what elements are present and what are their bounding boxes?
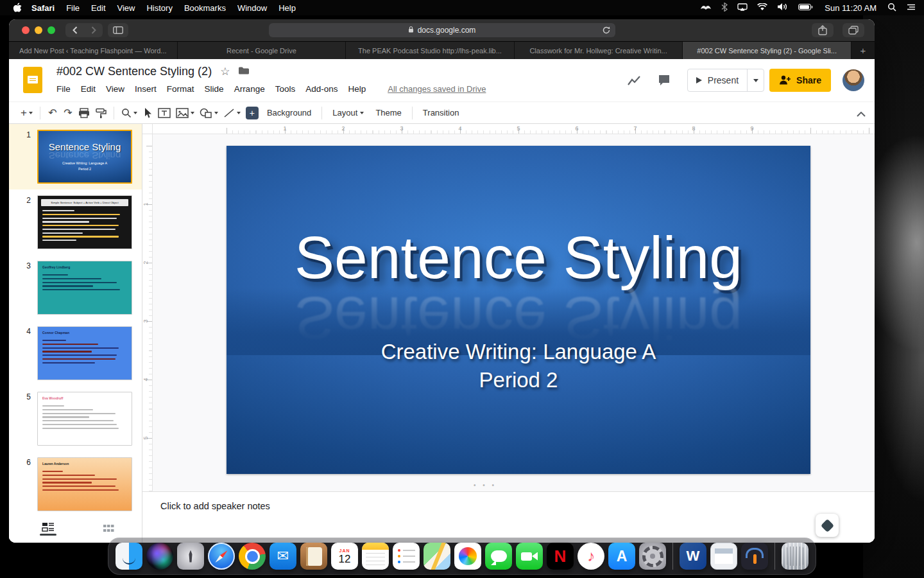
dock-netflix-icon[interactable] xyxy=(547,543,574,570)
minimize-window-button[interactable] xyxy=(35,26,42,34)
speaker-notes-placeholder[interactable]: Click to add speaker notes xyxy=(160,501,270,511)
dock-audacity-icon[interactable] xyxy=(741,543,768,570)
dock-calendar-icon[interactable]: JAN12 xyxy=(331,543,358,570)
insert-line-button[interactable] xyxy=(221,105,243,121)
safari-tab-4[interactable]: Classwork for Mr. Hollweg: Creative Writ… xyxy=(515,42,683,59)
dock-word-icon[interactable] xyxy=(680,543,706,570)
new-slide-button[interactable]: + xyxy=(18,105,35,121)
notes-resize-handle[interactable]: • • • xyxy=(474,482,497,489)
account-avatar[interactable] xyxy=(843,69,864,91)
menubar-menu-view[interactable]: View xyxy=(112,3,141,13)
share-page-button[interactable] xyxy=(812,23,834,37)
dock-mail-icon[interactable] xyxy=(270,543,296,570)
collapse-toolbar-button[interactable] xyxy=(857,108,866,119)
dock-safari-icon[interactable] xyxy=(208,543,235,570)
slide-thumbnail-4[interactable]: Connor Chapman xyxy=(37,326,132,380)
menubar-clock[interactable]: Sun 11:20 AM xyxy=(823,3,878,13)
move-folder-icon[interactable] xyxy=(238,66,250,78)
star-document-icon[interactable]: ☆ xyxy=(220,66,230,77)
present-options-dropdown[interactable] xyxy=(747,69,764,91)
dock-notes-icon[interactable] xyxy=(362,543,389,570)
explore-button[interactable] xyxy=(816,514,839,537)
background-button[interactable]: Background xyxy=(261,108,317,118)
dock-app-store-icon[interactable] xyxy=(608,543,635,570)
undo-button[interactable]: ↶ xyxy=(45,105,60,121)
print-button[interactable] xyxy=(76,105,92,121)
insert-image-button[interactable] xyxy=(173,105,197,121)
select-tool-button[interactable] xyxy=(140,105,155,121)
slide-subtitle-line2[interactable]: Period 2 xyxy=(227,368,810,392)
dock-preview-icon[interactable] xyxy=(710,543,737,570)
slides-menu-view[interactable]: View xyxy=(101,82,130,96)
menubar-app-name[interactable]: Safari xyxy=(26,3,60,13)
slides-menu-add-ons[interactable]: Add-ons xyxy=(300,82,343,96)
apple-menu-icon[interactable] xyxy=(13,3,22,13)
grid-view-button[interactable] xyxy=(103,523,114,534)
slide-thumbnail-5[interactable]: Eva Woodruff xyxy=(37,392,132,446)
wifi-icon[interactable] xyxy=(757,3,767,13)
reload-button[interactable] xyxy=(603,26,610,36)
dock-maps-icon[interactable] xyxy=(424,543,450,570)
slides-menu-slide[interactable]: Slide xyxy=(200,82,229,96)
status-app-icon[interactable] xyxy=(700,3,712,13)
forward-button[interactable] xyxy=(84,23,103,37)
tab-overview-button[interactable] xyxy=(843,23,864,37)
volume-icon[interactable] xyxy=(777,3,789,13)
document-title[interactable]: #002 CW Sentence Styling (2) xyxy=(56,65,212,78)
safari-tab-3[interactable]: The PEAK Podcast Studio http://lhs-peak.… xyxy=(346,42,515,59)
slides-menu-insert[interactable]: Insert xyxy=(130,82,162,96)
slides-menu-file[interactable]: File xyxy=(51,82,76,96)
filmstrip-view-button[interactable] xyxy=(40,521,56,536)
dock-trash-icon[interactable] xyxy=(782,543,809,570)
close-window-button[interactable] xyxy=(22,26,30,34)
bluetooth-icon[interactable] xyxy=(721,3,728,13)
dock-system-preferences-icon[interactable] xyxy=(639,543,666,570)
slide-title-text[interactable]: Sentence Styling xyxy=(227,228,810,288)
slides-menu-format[interactable]: Format xyxy=(162,82,200,96)
safari-tab-5[interactable]: #002 CW Sentence Styling (2) - Google Sl… xyxy=(683,42,851,59)
save-status[interactable]: All changes saved in Drive xyxy=(388,84,486,94)
safari-tab-2[interactable]: Recent - Google Drive xyxy=(178,42,346,59)
notification-center-icon[interactable] xyxy=(906,3,916,13)
menubar-menu-file[interactable]: File xyxy=(60,3,85,13)
dock-photos-icon[interactable] xyxy=(454,543,481,570)
menubar-menu-bookmarks[interactable]: Bookmarks xyxy=(178,3,232,13)
insert-shape-button[interactable] xyxy=(197,105,221,121)
activity-dashboard-icon[interactable] xyxy=(627,74,641,87)
zoom-window-button[interactable] xyxy=(47,26,55,34)
display-mirroring-icon[interactable] xyxy=(737,3,748,13)
share-button[interactable]: Share xyxy=(769,69,831,92)
dock-reminders-icon[interactable] xyxy=(393,543,420,570)
insert-placeholder-button[interactable]: + xyxy=(243,105,261,121)
dock-siri-icon[interactable] xyxy=(146,543,173,570)
safari-tab-1[interactable]: Add New Post ‹ Teaching Flashpoint — Wor… xyxy=(9,42,178,59)
text-box-button[interactable] xyxy=(155,105,173,121)
battery-icon[interactable] xyxy=(798,3,814,13)
menubar-menu-edit[interactable]: Edit xyxy=(85,3,111,13)
menubar-menu-history[interactable]: History xyxy=(141,3,178,13)
theme-button[interactable]: Theme xyxy=(370,108,407,118)
slides-menu-arrange[interactable]: Arrange xyxy=(229,82,270,96)
slide-thumbnail-6[interactable]: Lauren Anderson xyxy=(37,457,132,511)
dock-finder-icon[interactable] xyxy=(116,543,142,570)
slides-menu-tools[interactable]: Tools xyxy=(270,82,301,96)
layout-button[interactable]: Layout xyxy=(327,108,370,118)
dock-chrome-icon[interactable] xyxy=(239,543,266,570)
sidebar-toggle-button[interactable] xyxy=(108,23,128,37)
dock-contacts-icon[interactable] xyxy=(300,543,327,570)
dock-messages-icon[interactable] xyxy=(485,543,512,570)
back-button[interactable] xyxy=(65,23,84,37)
slides-menu-edit[interactable]: Edit xyxy=(76,82,101,96)
dock-itunes-icon[interactable] xyxy=(578,543,604,570)
spotlight-icon[interactable] xyxy=(887,3,896,13)
slides-menu-help[interactable]: Help xyxy=(343,82,371,96)
zoom-button[interactable] xyxy=(119,105,140,121)
comments-icon[interactable] xyxy=(658,74,671,87)
paint-format-button[interactable] xyxy=(92,105,109,121)
menubar-menu-window[interactable]: Window xyxy=(232,3,273,13)
transition-button[interactable]: Transition xyxy=(417,108,465,118)
slide-thumbnail-1[interactable]: Sentence StylingSentence StylingCreative… xyxy=(37,130,132,184)
slide-subtitle-line1[interactable]: Creative Writing: Language A xyxy=(227,340,810,364)
current-slide[interactable]: Sentence Styling Sentence Styling Creati… xyxy=(227,146,810,474)
redo-button[interactable]: ↷ xyxy=(60,105,76,121)
